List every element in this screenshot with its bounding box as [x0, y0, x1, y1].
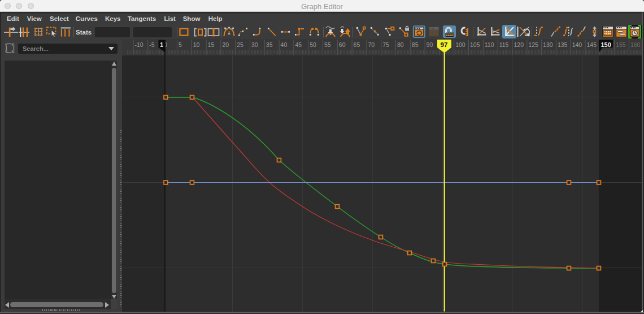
svg-text:90: 90: [427, 41, 433, 48]
svg-text:80: 80: [397, 41, 404, 48]
svg-text:20: 20: [222, 41, 229, 48]
svg-text:105: 105: [470, 41, 480, 48]
svg-text:150: 150: [601, 41, 611, 48]
svg-text:25: 25: [237, 41, 243, 48]
svg-text:10: 10: [193, 41, 200, 48]
svg-text:155: 155: [616, 41, 626, 48]
svg-text:125: 125: [528, 41, 538, 48]
svg-text:1: 1: [160, 41, 163, 48]
svg-text:55: 55: [324, 41, 331, 48]
svg-text:70: 70: [368, 41, 375, 48]
svg-text:145: 145: [587, 41, 597, 48]
svg-text:60: 60: [339, 41, 346, 48]
svg-text:-10: -10: [135, 41, 143, 48]
svg-text:85: 85: [412, 41, 419, 48]
svg-text:75: 75: [382, 41, 389, 48]
svg-text:140: 140: [572, 41, 582, 48]
svg-text:45: 45: [295, 41, 302, 48]
svg-text:110: 110: [485, 41, 494, 48]
svg-text:135: 135: [558, 41, 568, 48]
svg-text:65: 65: [354, 41, 360, 48]
svg-text:97: 97: [441, 41, 448, 48]
svg-text:35: 35: [266, 41, 273, 48]
svg-text:50: 50: [310, 41, 316, 48]
svg-text:120: 120: [514, 41, 524, 48]
svg-text:30: 30: [251, 41, 258, 48]
svg-text:5: 5: [179, 41, 182, 48]
svg-text:-5: -5: [149, 41, 154, 48]
svg-text:100: 100: [455, 41, 465, 48]
svg-text:15: 15: [208, 41, 215, 48]
svg-text:40: 40: [281, 41, 288, 48]
svg-text:130: 130: [543, 41, 553, 48]
svg-text:160: 160: [630, 41, 641, 48]
svg-text:115: 115: [499, 41, 509, 48]
